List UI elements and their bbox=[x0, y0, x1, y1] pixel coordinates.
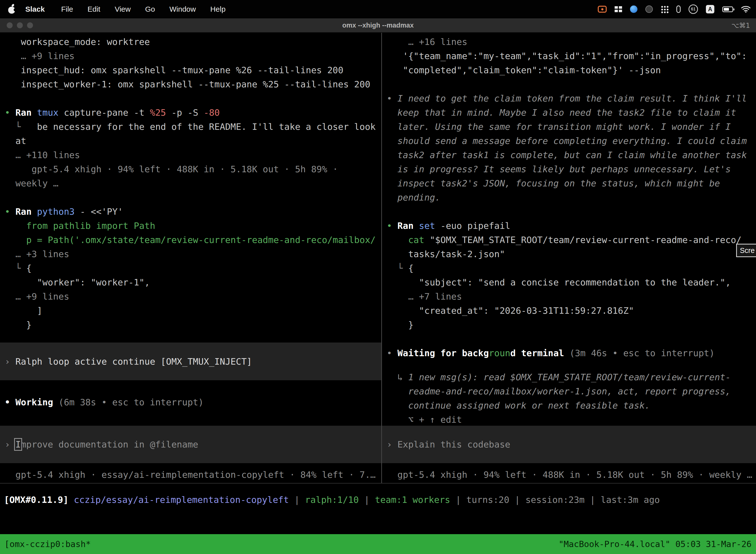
terminal-panes: workspace_mode: worktree … +9 lines insp… bbox=[0, 33, 756, 484]
text-segment: tmux bbox=[37, 107, 59, 118]
menu-item-window[interactable]: Window bbox=[170, 5, 196, 13]
text-segment: workspace_mode: worktree bbox=[5, 37, 150, 47]
tmux-session-label: [omx-cczip0:bash* bbox=[4, 539, 91, 549]
menu-item-edit[interactable]: Edit bbox=[87, 5, 101, 13]
terminal-line: at bbox=[0, 134, 381, 148]
terminal-line: … +9 lines bbox=[0, 289, 381, 303]
text-segment: pending. bbox=[387, 192, 441, 203]
text-segment: gpt-5.4 xhigh · 94% left · 488K in · 5.1… bbox=[5, 164, 338, 174]
text-segment: … +16 lines bbox=[387, 37, 467, 47]
wifi-icon[interactable] bbox=[741, 6, 751, 13]
terminal-line: is in progress? It seems likely but perh… bbox=[382, 162, 756, 176]
menu-items: FileEditViewGoWindowHelp bbox=[61, 5, 226, 13]
session-footer-right: gpt-5.4 xhigh · 94% left · 488K in · 5.1… bbox=[382, 467, 756, 482]
dots-grid-icon[interactable] bbox=[661, 5, 669, 13]
menu-item-go[interactable]: Go bbox=[145, 5, 155, 13]
text-segment: • bbox=[5, 207, 15, 217]
terminal-line: ↳ 1 new msg(s): read $OMX_TEAM_STATE_ROO… bbox=[382, 370, 756, 384]
text-segment: } bbox=[5, 320, 32, 330]
terminal-line: readme-and-reco/mailbox/worker-1.json, a… bbox=[382, 384, 756, 398]
terminal-line bbox=[382, 332, 756, 346]
text-segment: ⌥ + ↑ edit bbox=[387, 414, 462, 425]
terminal-line: ] bbox=[0, 303, 381, 318]
menu-app-name[interactable]: Slack bbox=[25, 5, 45, 13]
text-segment: › bbox=[5, 356, 15, 367]
text-segment: mprove documentation in @filename bbox=[21, 439, 198, 449]
terminal-line: • Ran python3 - <<'PY' bbox=[0, 205, 381, 219]
pill-icon[interactable] bbox=[676, 5, 681, 13]
battery-percent-badge[interactable]: 61 bbox=[689, 4, 698, 14]
text-segment: capture-pane -t bbox=[59, 107, 150, 118]
menu-item-view[interactable]: View bbox=[115, 5, 130, 13]
text-segment: at bbox=[5, 136, 26, 146]
text-segment: should send a message before completing … bbox=[387, 136, 747, 146]
apple-menu-icon[interactable] bbox=[7, 4, 16, 14]
text-segment: cczip/essay/ai-reimplementation-copyleft bbox=[68, 495, 289, 505]
pane-left-lines: workspace_mode: worktree … +9 lines insp… bbox=[0, 35, 381, 332]
text-segment: weekly … bbox=[5, 178, 59, 188]
pane-left[interactable]: workspace_mode: worktree … +9 lines insp… bbox=[0, 33, 381, 483]
composer-input-left[interactable]: › Improve documentation in @filename bbox=[0, 426, 381, 463]
terminal-line: inspect_worker-1: omx sparkshell --tmux-… bbox=[0, 77, 381, 91]
terminal-line: … +3 lines bbox=[0, 247, 381, 261]
terminal-line: keep that in mind. Maybe I also need the… bbox=[382, 106, 756, 120]
screen-record-icon[interactable] bbox=[598, 6, 607, 13]
record-dot bbox=[601, 8, 604, 10]
text-segment: roun bbox=[489, 348, 510, 358]
tmux-host-time: "MacBook-Pro-44.local" 05:03 31-Mar-26 bbox=[559, 539, 752, 549]
text-segment: • bbox=[387, 93, 397, 104]
text-segment: "created_at": "2026-03-31T11:59:27.816Z" bbox=[387, 306, 634, 316]
text-segment: I bbox=[15, 439, 21, 449]
injected-prompt-row[interactable]: › Ralph loop active continue [OMX_TMUX_I… bbox=[0, 342, 381, 380]
terminal-line: '{"team_name":"my-team","task_id":"1","f… bbox=[382, 49, 756, 63]
working-status-line: • Working (6m 38s • esc to interrupt) bbox=[0, 395, 381, 409]
terminal-line: "worker": "worker-1", bbox=[0, 275, 381, 289]
composer-input-right[interactable]: › Explain this codebase bbox=[382, 426, 756, 463]
terminal-line: cat "$OMX_TEAM_STATE_ROOT/team/review-cu… bbox=[382, 233, 756, 247]
window-shortcut-badge: ⌥⌘1 bbox=[732, 21, 756, 29]
text-segment: keep that in mind. Maybe I also need the… bbox=[387, 107, 736, 118]
text-segment: … +7 lines bbox=[387, 291, 462, 301]
pane-right[interactable]: … +16 lines '{"team_name":"my-team","tas… bbox=[382, 33, 756, 483]
text-segment: readme-and-reco/mailbox/worker-1.json, a… bbox=[387, 386, 731, 396]
text-segment: python3 bbox=[37, 207, 75, 217]
text-segment: • bbox=[387, 221, 397, 231]
text-segment: inspect task2's JSON, focusing on the st… bbox=[387, 178, 720, 188]
menu-bar: Slack FileEditViewGoWindowHelp 61 A bbox=[0, 0, 756, 18]
terminal-line: • Ran tmux capture-pane -t %25 -p -S -80 bbox=[0, 106, 381, 120]
battery-icon[interactable] bbox=[722, 6, 733, 12]
terminal-line: pending. bbox=[382, 190, 756, 205]
text-segment: Ralph loop active continue [OMX_TMUX_INJ… bbox=[15, 356, 252, 367]
text-segment: "worker": "worker-1", bbox=[5, 277, 150, 287]
terminal-line: • Waiting for background terminal (3m 46… bbox=[382, 346, 756, 360]
app-icon-dark[interactable] bbox=[645, 5, 653, 13]
terminal-line: inspect_hud: omx sparkshell --tmux-pane … bbox=[0, 63, 381, 77]
terminal-line bbox=[382, 205, 756, 219]
input-source-icon[interactable]: A bbox=[706, 5, 714, 13]
text-segment: cat bbox=[387, 235, 430, 245]
terminal-line: "completed","claim_token":"claim-token"}… bbox=[382, 63, 756, 77]
text-segment: 1 new msg(s): read $OMX_TEAM_STATE_ROOT/… bbox=[408, 372, 731, 382]
text-segment: task2 after task1 is complete, but can I… bbox=[387, 150, 747, 160]
text-segment: (3m 46s • esc to interrupt) bbox=[569, 348, 714, 358]
text-segment: [OMX#0.11.9] bbox=[4, 495, 68, 505]
text-segment: %25 bbox=[150, 107, 166, 118]
terminal-line: task2 after task1 is complete, but can I… bbox=[382, 148, 756, 162]
terminal-line: … +7 lines bbox=[382, 289, 756, 303]
text-segment: set bbox=[419, 221, 435, 231]
menu-item-file[interactable]: File bbox=[61, 5, 73, 13]
text-segment: -euo pipefail bbox=[435, 221, 510, 231]
window-titlebar[interactable]: omx --xhigh --madmax ⌥⌘1 bbox=[0, 18, 756, 33]
terminal-line: └ { bbox=[0, 261, 381, 275]
text-segment: Ran bbox=[397, 221, 419, 231]
app-icon-blue[interactable] bbox=[630, 5, 637, 13]
menu-item-help[interactable]: Help bbox=[210, 5, 226, 13]
terminal-line: … +110 lines bbox=[0, 148, 381, 162]
terminal-line: "subject": "send a concise recommendatio… bbox=[382, 275, 756, 289]
terminal-line: p = Path('.omx/state/team/review-current… bbox=[0, 233, 381, 247]
terminal-line: from pathlib import Path bbox=[0, 219, 381, 233]
window-grid-icon[interactable] bbox=[615, 6, 622, 12]
terminal-line: … +16 lines bbox=[382, 35, 756, 49]
terminal-line: └ be necessary for the end of the README… bbox=[0, 120, 381, 134]
text-segment: … +9 lines bbox=[5, 291, 69, 301]
